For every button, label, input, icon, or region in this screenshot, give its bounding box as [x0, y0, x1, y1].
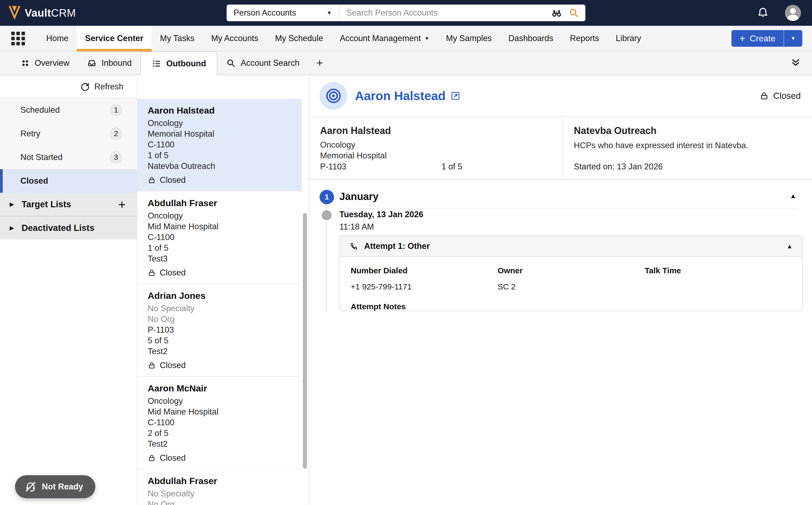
vault-logo-icon: [8, 6, 21, 20]
nav-item-dashboards[interactable]: Dashboards: [500, 26, 561, 51]
card-status: Closed: [148, 268, 297, 278]
external-link-icon: [450, 91, 461, 101]
search-input[interactable]: [339, 5, 551, 21]
campaign-name: Natevba Outreach: [574, 125, 801, 136]
nav-item-my-accounts[interactable]: My Accounts: [203, 26, 267, 51]
nav-item-my-schedule[interactable]: My Schedule: [267, 26, 331, 51]
agent-status-pill[interactable]: Not Ready: [15, 475, 95, 498]
deactivated-lists-section[interactable]: ▶ Deactivated Lists: [0, 216, 137, 239]
card-name: Abdullah Fraser: [148, 198, 297, 208]
queue-card-abdullah-fraser-2[interactable]: Abdullah Fraser No Specialty No Org: [138, 469, 302, 505]
tab-overview[interactable]: Overview: [12, 51, 78, 74]
card-status: Closed: [148, 361, 297, 370]
collapse-up-icon: ▲: [787, 243, 793, 250]
timeline-month-label: January: [339, 191, 379, 202]
create-split-button: + Create ▼: [732, 30, 802, 47]
status-filter-closed[interactable]: Closed: [0, 169, 137, 193]
create-button[interactable]: + Create: [732, 30, 784, 47]
nav-item-my-tasks[interactable]: My Tasks: [152, 26, 203, 51]
overview-grid-icon: [21, 58, 30, 68]
tab-inbound[interactable]: Inbound: [78, 51, 140, 74]
activity-timeline: 1 January ▲ Tuesday, 13 Jan 2026 11:18 A…: [309, 181, 812, 505]
record-title-link[interactable]: Aaron Halstead: [355, 89, 461, 103]
person-code: P-1103: [320, 162, 442, 172]
global-search: Person Accounts ▼: [226, 5, 586, 21]
attempt-notes-label: Attempt Notes: [351, 302, 792, 311]
timeline-date: Tuesday, 13 Jan 2026: [339, 210, 423, 219]
lock-icon: [148, 269, 156, 277]
vault-crm-app: VaultCRM Person Accounts ▼: [0, 0, 812, 505]
status-filter-retry[interactable]: Retry 2: [0, 122, 137, 146]
card-name: Adrian Jones: [148, 291, 297, 301]
content: Refresh Scheduled 1 Retry 2 Not Started …: [0, 76, 812, 505]
status-filter-list: Scheduled 1 Retry 2 Not Started 3 Closed: [0, 98, 137, 193]
person-progress: 1 of 5: [442, 162, 462, 172]
topbar-right: [757, 5, 812, 21]
target-avatar: [320, 82, 347, 110]
outbound-list-icon: [152, 59, 161, 68]
main-navbar: Home Service Center My Tasks My Accounts…: [0, 26, 812, 51]
search-icon[interactable]: [569, 8, 579, 18]
status-count-badge: 2: [110, 127, 123, 140]
divider: [337, 208, 797, 209]
card-status: Closed: [148, 453, 297, 463]
create-menu-button[interactable]: ▼: [784, 30, 802, 47]
agent-status-label: Not Ready: [42, 482, 83, 492]
target-lists-section[interactable]: ▶ Target Lists +: [0, 193, 137, 216]
lock-icon: [148, 361, 156, 369]
field-owner: Owner SC 2: [498, 266, 644, 292]
add-target-list-button[interactable]: +: [118, 197, 126, 212]
user-avatar[interactable]: [785, 5, 801, 21]
nav-item-my-samples[interactable]: My Samples: [438, 26, 500, 51]
nav-item-reports[interactable]: Reports: [562, 26, 608, 51]
app-launcher-grid-icon[interactable]: [11, 32, 25, 45]
list-scrollbar[interactable]: [303, 213, 307, 469]
collapse-up-icon[interactable]: ▲: [790, 192, 796, 200]
lock-icon: [760, 91, 769, 101]
advanced-search-binoculars-icon[interactable]: [551, 7, 562, 18]
attempt-body: Number Dialed +1 925-799-1171 Owner SC 2…: [340, 257, 802, 311]
queue-card-aaron-halstead[interactable]: Aaron Halstead Oncology Memorial Hospita…: [138, 99, 302, 191]
timeline-dot: [322, 210, 332, 220]
timeline-time: 11:18 AM: [339, 222, 374, 232]
expand-right-icon: ▶: [10, 201, 14, 207]
person-summary: Aaron Halstead Oncology Memorial Hospita…: [309, 117, 562, 179]
queue-sidebar: Refresh Scheduled 1 Retry 2 Not Started …: [0, 76, 138, 505]
plus-icon: +: [316, 57, 323, 69]
person-codes: P-1103 1 of 5: [320, 162, 562, 172]
add-tab-button[interactable]: +: [308, 51, 331, 74]
card-name: Aaron Halstead: [148, 105, 297, 116]
nav-item-library[interactable]: Library: [607, 26, 650, 51]
refresh-button[interactable]: Refresh: [0, 76, 137, 98]
search-icon: [226, 58, 236, 68]
phone-icon: [350, 242, 358, 250]
search-category-select[interactable]: Person Accounts ▼: [226, 5, 339, 21]
double-chevron-down-icon[interactable]: [791, 58, 801, 68]
attempt-card-header[interactable]: Attempt 1: Other ▲: [340, 236, 802, 257]
queue-list: Aaron Halstead Oncology Memorial Hospita…: [138, 76, 309, 505]
lock-icon: [148, 454, 156, 462]
tab-outbound[interactable]: Outbound: [140, 51, 217, 75]
queue-card-abdullah-fraser[interactable]: Abdullah Fraser Oncology Mid Maine Hospi…: [138, 191, 302, 284]
record-summary: Aaron Halstead Oncology Memorial Hospita…: [309, 117, 812, 180]
card-status: Closed: [148, 175, 297, 185]
headset-slash-icon: [25, 481, 36, 493]
queue-card-adrian-jones[interactable]: Adrian Jones No Specialty No Org P-1103 …: [138, 284, 302, 377]
vault-crm-logo: VaultCRM: [8, 6, 76, 20]
queue-card-aaron-mcnair[interactable]: Aaron McNair Oncology Mid Maine Hospital…: [138, 377, 302, 469]
nav-item-account-management[interactable]: Account Management ▼: [331, 26, 438, 51]
nav-item-service-center[interactable]: Service Center: [77, 26, 152, 51]
attempt-card: Attempt 1: Other ▲ Number Dialed +1 925-…: [339, 235, 803, 311]
topbar: VaultCRM Person Accounts ▼: [0, 0, 812, 26]
expand-right-icon: ▶: [10, 225, 14, 231]
refresh-icon: [80, 81, 90, 92]
card-name: Abdullah Fraser: [148, 476, 297, 486]
inbox-tray-icon: [87, 58, 97, 68]
nav-item-home[interactable]: Home: [38, 26, 77, 51]
tab-account-search[interactable]: Account Search: [217, 51, 308, 74]
chevron-down-icon: ▼: [791, 35, 796, 41]
notifications-bell-icon[interactable]: [757, 7, 769, 19]
status-filter-scheduled[interactable]: Scheduled 1: [0, 98, 137, 122]
status-filter-not-started[interactable]: Not Started 3: [0, 146, 137, 169]
status-count-badge: 1: [110, 104, 123, 117]
